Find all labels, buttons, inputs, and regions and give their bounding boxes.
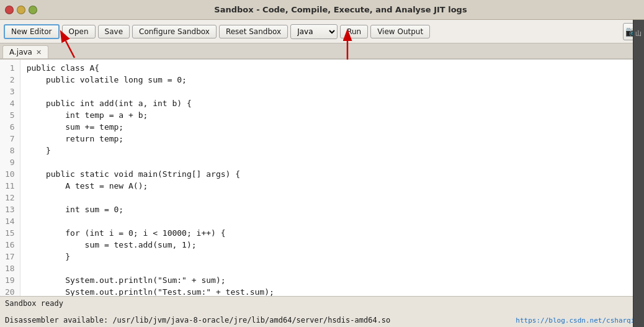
save-button[interactable]: Save <box>98 25 130 38</box>
status-line2: Disassembler available: /usr/lib/jvm/jav… <box>5 316 390 325</box>
minimize-button[interactable] <box>17 6 25 14</box>
tab-label: A.java <box>9 48 32 56</box>
status-link[interactable]: https://blog.csdn.net/csharqiu <box>516 316 639 325</box>
status-bar: Sandbox ready Disassembler available: /u… <box>0 296 644 327</box>
run-button[interactable]: Run <box>340 25 368 38</box>
open-button[interactable]: Open <box>62 25 96 38</box>
window-title: Sandbox - Code, Compile, Execute, and An… <box>42 5 639 14</box>
reset-sandbox-button[interactable]: Reset Sandbox <box>219 25 288 38</box>
right-sidebar: 山 <box>633 20 644 327</box>
code-editor[interactable]: public class A{ public volatile long sum… <box>20 60 644 296</box>
new-editor-button[interactable]: New Editor <box>4 24 60 39</box>
maximize-button[interactable] <box>29 6 37 14</box>
status-line1: Sandbox ready <box>5 299 639 308</box>
tab-ajava[interactable]: A.java ✕ <box>2 45 48 58</box>
language-selector-wrapper: Java C C++ Python <box>290 24 338 39</box>
window-controls <box>5 6 37 14</box>
status-bottom: Disassembler available: /usr/lib/jvm/jav… <box>5 316 639 325</box>
editor-wrapper: 12345 678910 1112131415 1617181920 2122 … <box>0 60 644 296</box>
title-bar: Sandbox - Code, Compile, Execute, and An… <box>0 0 644 20</box>
close-button[interactable] <box>5 6 14 14</box>
line-numbers: 12345 678910 1112131415 1617181920 2122 <box>0 60 20 296</box>
sidebar-text: 山 <box>633 20 642 25</box>
toolbar: New Editor Open Save Configure Sandbox R… <box>0 20 644 43</box>
configure-sandbox-button[interactable]: Configure Sandbox <box>132 25 217 38</box>
view-output-button[interactable]: View Output <box>370 25 430 38</box>
tab-close-icon[interactable]: ✕ <box>36 48 42 56</box>
language-select[interactable]: Java C C++ Python <box>291 25 337 38</box>
tab-bar: A.java ✕ <box>0 43 644 60</box>
